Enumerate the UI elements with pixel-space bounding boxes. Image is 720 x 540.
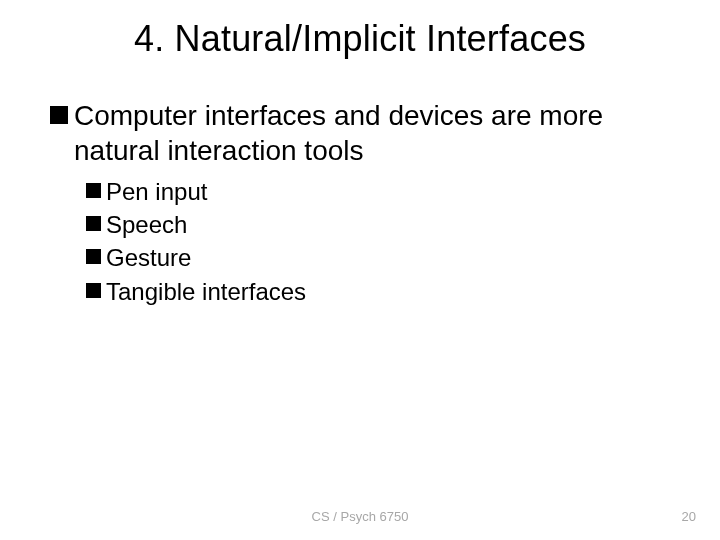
square-bullet-icon: [86, 216, 101, 231]
bullet-text: Tangible interfaces: [106, 276, 306, 307]
bullet-text: Computer interfaces and devices are more…: [74, 98, 670, 168]
bullet-text: Speech: [106, 209, 187, 240]
footer-page-number: 20: [682, 509, 696, 524]
bullet-text: Pen input: [106, 176, 207, 207]
square-bullet-icon: [86, 283, 101, 298]
bullet-text: Gesture: [106, 242, 191, 273]
bullet-level2: Tangible interfaces: [86, 276, 670, 307]
square-bullet-icon: [86, 249, 101, 264]
bullet-level2: Pen input: [86, 176, 670, 207]
slide: 4. Natural/Implicit Interfaces Computer …: [0, 0, 720, 540]
bullet-level2: Gesture: [86, 242, 670, 273]
footer-course: CS / Psych 6750: [0, 509, 720, 524]
square-bullet-icon: [50, 106, 68, 124]
square-bullet-icon: [86, 183, 101, 198]
slide-title: 4. Natural/Implicit Interfaces: [50, 18, 670, 60]
bullet-level1: Computer interfaces and devices are more…: [50, 98, 670, 168]
sub-bullet-list: Pen input Speech Gesture Tangible interf…: [50, 176, 670, 307]
bullet-level2: Speech: [86, 209, 670, 240]
